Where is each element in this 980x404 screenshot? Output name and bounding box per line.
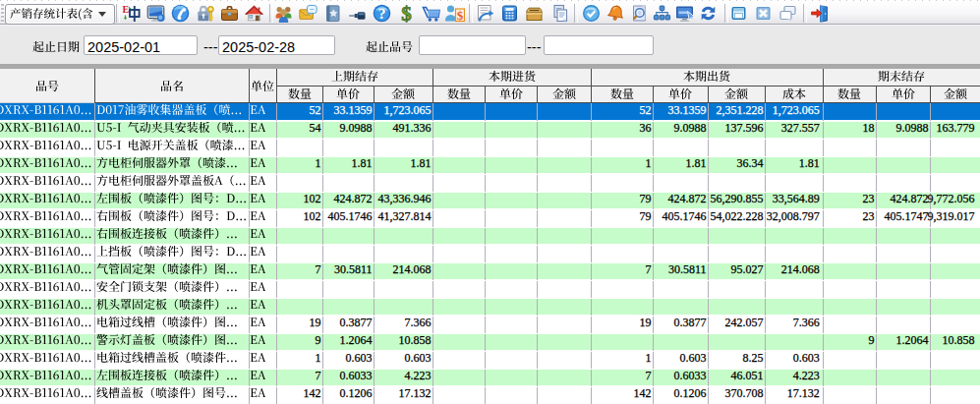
svg-text:$: $ — [456, 8, 463, 23]
svg-text:?: ? — [377, 5, 385, 22]
svg-text:E: E — [122, 4, 129, 15]
svg-text:$: $ — [401, 3, 412, 24]
